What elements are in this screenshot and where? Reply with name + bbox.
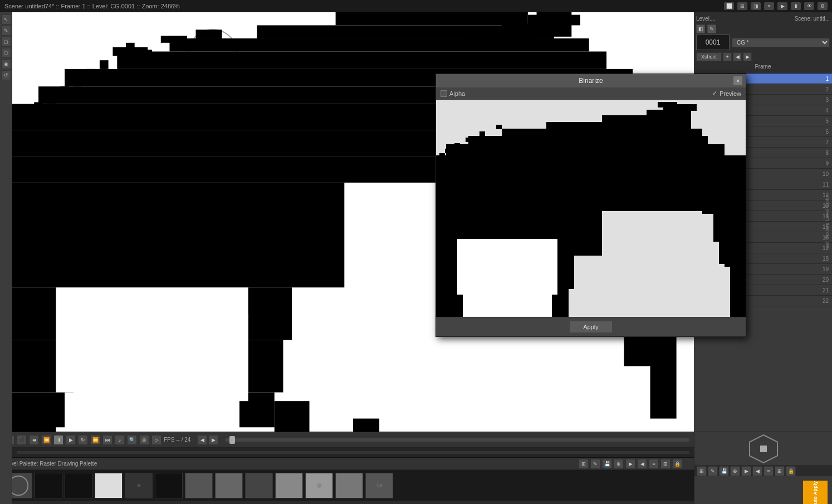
palette-save-btn[interactable]: 🔒 [672,459,682,469]
video-icon[interactable]: ▶ [777,2,787,10]
add-button[interactable]: + [723,52,732,61]
frame-track[interactable] [17,451,689,454]
binarize-footer: Apply [436,317,746,336]
binarize-close-button[interactable]: × [733,76,742,85]
br-btn-1[interactable]: ⊞ [697,466,707,476]
frame-scrubber-bar[interactable]: 1 [0,448,694,458]
thumb-4[interactable] [95,473,123,498]
thumb-7[interactable] [185,473,213,498]
alpha-checkbox[interactable] [441,90,447,97]
alpha-checkbox-group[interactable]: Alpha [441,90,465,97]
scrubber-thumb[interactable] [229,436,235,444]
binarize-preview-area [436,100,746,317]
thumb-10[interactable] [275,473,303,498]
level-label: Level.... [696,16,716,22]
tool-pen[interactable]: ✎ [1,26,11,36]
eye-icon[interactable]: 👁 [804,2,814,10]
palette-btn-6[interactable]: ◀ [637,459,647,469]
timeline-scrubber[interactable] [225,438,689,442]
thumb-5[interactable]: ◉ [125,473,153,498]
nav-right-button[interactable]: ▶ [743,52,752,61]
br-btn-2[interactable]: ✎ [708,466,718,476]
camera-icon[interactable]: ◨ [751,2,761,10]
bottom-timeline: ≡ ⬛ ⏮ ⏪ ⏸ ▶ ↻ ⏩ ⏭ ♪ 🔍 ⊕ ▷ FPS -- / 24 ◀ … [0,432,694,504]
palette-btn-3[interactable]: 💾 [602,459,612,469]
palette-btn-2[interactable]: ✎ [590,459,600,469]
more-button[interactable]: ▷ [151,435,161,445]
snap-button[interactable]: ⊕ [139,435,149,445]
hex-icon [747,432,780,466]
rewind-button[interactable]: ⏮ [29,435,39,445]
tool-circle[interactable]: ◉ [1,59,11,69]
tool-undo[interactable]: ↺ [1,70,11,80]
preview-checkmark: ✓ [712,90,717,97]
grid-icon[interactable]: ⊞ [737,2,747,10]
br-btn-8[interactable]: ⊞ [775,466,785,476]
step-back-button[interactable]: ⏪ [41,435,51,445]
svg-rect-53 [546,122,691,130]
cg-dropdown[interactable]: CG * [732,38,830,47]
thumbnail-strip: ◉ ⬤ 13 [0,470,694,501]
svg-rect-47 [436,155,746,178]
svg-rect-74 [439,153,445,158]
palette-btn-8[interactable]: ⊞ [660,459,671,469]
nav-left-button[interactable]: ◀ [733,52,742,61]
tool-arrow[interactable]: ↖ [1,14,11,25]
level-editor-label: Level Editor [824,194,830,221]
svg-rect-41 [74,78,82,87]
svg-rect-71 [466,138,471,142]
thumb-13[interactable]: 13 [365,473,393,498]
thumb-2[interactable] [35,473,62,498]
skip-end-button[interactable]: ⏭ [102,435,112,445]
thumb-3[interactable] [65,473,92,498]
palette-btn-1[interactable]: ⊞ [579,459,589,469]
svg-rect-34 [502,23,572,37]
br-btn-3[interactable]: 💾 [719,466,729,476]
level-palette-bar: Level Palette: Raster Drawing Palette ⊞ … [0,458,694,470]
window-title: Scene: untitled74* :: Frame: 1 :: Level:… [4,3,180,9]
frame-header: Frame [755,63,771,70]
bottom-right-controls: ⊞ ✎ 💾 ⊕ ▶ ◀ ≡ ⊞ 🔒 [694,466,832,476]
svg-rect-68 [463,267,552,317]
thumb-8[interactable] [215,473,243,498]
monitor-icon[interactable]: ⬜ [724,2,734,10]
tool-shape[interactable]: ⬡ [1,48,11,58]
svg-rect-36 [537,12,572,17]
settings-icon[interactable]: ⚙ [818,2,828,10]
svg-rect-28 [275,401,310,432]
br-btn-9[interactable]: 🔒 [786,466,796,476]
br-btn-6[interactable]: ◀ [752,466,762,476]
preview-drawing [436,100,746,317]
br-btn-7[interactable]: ≡ [764,466,774,476]
thumb-6[interactable] [155,473,183,498]
pause-button[interactable]: ⏸ [53,435,63,445]
thumb-11[interactable]: ⬤ [305,473,333,498]
music-button[interactable]: ♪ [115,435,125,445]
br-btn-4[interactable]: ⊕ [730,466,740,476]
palette-btn-4[interactable]: ⊕ [614,459,624,469]
svg-rect-73 [445,149,451,153]
apply-button[interactable]: Apply [569,321,613,333]
preview-checkbox-group[interactable]: ✓ Preview [712,90,741,97]
step-forward-button[interactable]: ⏩ [90,435,100,445]
binarize-titlebar: Binarize × [436,74,746,87]
palette-btn-7[interactable]: ≡ [649,459,659,469]
pause-icon[interactable]: ⏸ [791,2,801,10]
scroll-indicator [684,459,689,469]
loop-button[interactable]: ↻ [78,435,88,445]
reel-label: reel [824,242,830,250]
br-btn-5[interactable]: ▶ [741,466,751,476]
thumb-12[interactable] [335,473,363,498]
prev-frame-button[interactable]: ◀ [197,435,207,445]
auto-apply-button[interactable]: Auto Apply [803,481,828,504]
filmstrip-button[interactable]: ⬛ [17,435,27,445]
svg-rect-70 [479,131,485,136]
layers-icon[interactable]: ≡ [764,2,774,10]
play-button[interactable]: ▶ [66,435,76,445]
tool-eraser[interactable]: ◻ [1,37,11,47]
xsheet-button[interactable]: Xsheet [696,52,722,61]
next-frame-button[interactable]: ▶ [208,435,218,445]
palette-btn-5[interactable]: ▶ [625,459,635,469]
zoom-button[interactable]: 🔍 [127,435,137,445]
thumb-9[interactable] [245,473,273,498]
